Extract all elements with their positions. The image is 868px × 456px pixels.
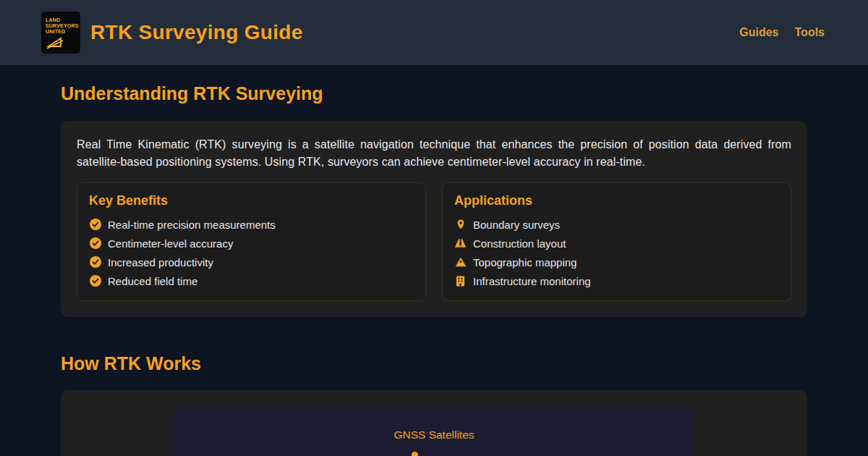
logo-text-line: SURVEYORS: [46, 23, 77, 29]
intro-columns: Key Benefits Real-time precision measure…: [77, 182, 791, 301]
building-icon: [454, 275, 467, 287]
list-item: Real-time precision measurements: [89, 215, 414, 234]
applications-list: Boundary surveys Construction layout Top…: [454, 215, 779, 290]
satellite-dot-icon: [412, 452, 418, 456]
page-content: Understanding RTK Surveying Real Time Ki…: [0, 83, 868, 456]
application-label: Construction layout: [473, 237, 566, 250]
brand-home-link[interactable]: LAND SURVEYORS UNITED RTK Surveying Guid…: [41, 12, 303, 54]
key-benefits-card: Key Benefits Real-time precision measure…: [77, 182, 426, 301]
rtk-diagram: GNSS Satellites: [174, 408, 694, 456]
map-pin-icon: [454, 219, 467, 231]
main-nav: Guides Tools: [739, 26, 825, 39]
how-rtk-works-card: GNSS Satellites: [61, 390, 807, 456]
applications-card: Applications Boundary surveys Constructi…: [442, 182, 791, 301]
logo-text-line: UNITED: [46, 29, 77, 35]
set-square-icon: [46, 36, 64, 49]
application-label: Topographic mapping: [473, 256, 576, 269]
list-item: Increased productivity: [89, 253, 414, 271]
list-item: Boundary surveys: [454, 215, 779, 234]
list-item: Construction layout: [454, 234, 779, 253]
diagram-label-gnss-satellites: GNSS Satellites: [174, 408, 694, 442]
check-circle-icon: [89, 275, 101, 287]
construction-icon: [454, 237, 467, 250]
logo-text-line: LAND: [46, 17, 77, 23]
list-item: Infrastructure monitoring: [454, 271, 779, 290]
list-item: Topographic mapping: [454, 253, 779, 271]
nav-link-tools[interactable]: Tools: [795, 26, 825, 39]
site-header: LAND SURVEYORS UNITED RTK Surveying Guid…: [0, 0, 868, 65]
application-label: Boundary surveys: [473, 219, 560, 231]
application-label: Infrastructure monitoring: [473, 275, 591, 287]
check-circle-icon: [89, 219, 101, 231]
site-logo: LAND SURVEYORS UNITED: [41, 12, 80, 54]
mountain-icon: [454, 256, 467, 269]
benefit-label: Real-time precision measurements: [108, 219, 276, 231]
nav-link-guides[interactable]: Guides: [739, 26, 778, 39]
check-circle-icon: [89, 237, 101, 250]
check-circle-icon: [89, 256, 101, 269]
benefit-label: Reduced field time: [108, 275, 197, 287]
section-heading-understanding-rtk: Understanding RTK Surveying: [61, 83, 807, 104]
benefit-label: Centimeter-level accuracy: [108, 237, 233, 250]
applications-title: Applications: [454, 193, 779, 208]
key-benefits-list: Real-time precision measurements Centime…: [89, 215, 414, 290]
list-item: Reduced field time: [89, 271, 414, 290]
list-item: Centimeter-level accuracy: [89, 234, 414, 253]
intro-card: Real Time Kinematic (RTK) surveying is a…: [61, 121, 807, 317]
key-benefits-title: Key Benefits: [89, 193, 414, 208]
section-heading-how-rtk-works: How RTK Works: [61, 353, 807, 373]
intro-paragraph: Real Time Kinematic (RTK) surveying is a…: [77, 136, 791, 171]
site-title: RTK Surveying Guide: [90, 21, 303, 44]
benefit-label: Increased productivity: [108, 256, 213, 269]
